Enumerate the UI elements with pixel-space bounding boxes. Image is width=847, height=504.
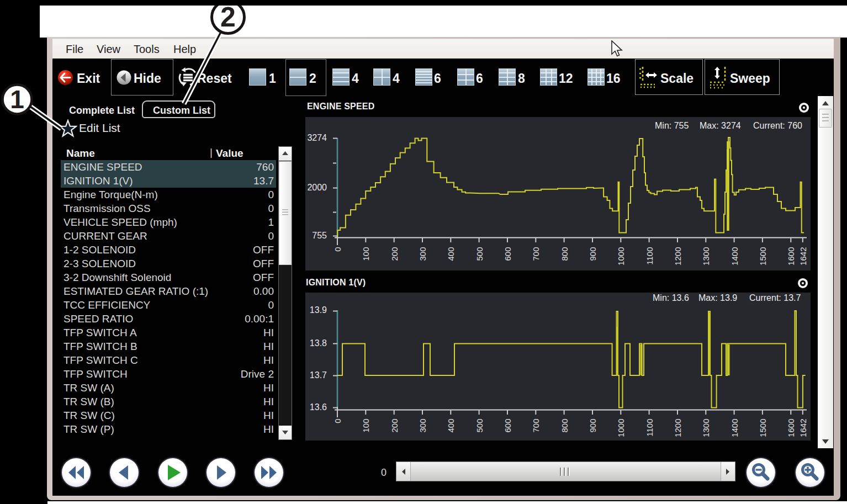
svg-text:2: 2 bbox=[220, 2, 236, 33]
svg-text:1: 1 bbox=[10, 85, 24, 114]
